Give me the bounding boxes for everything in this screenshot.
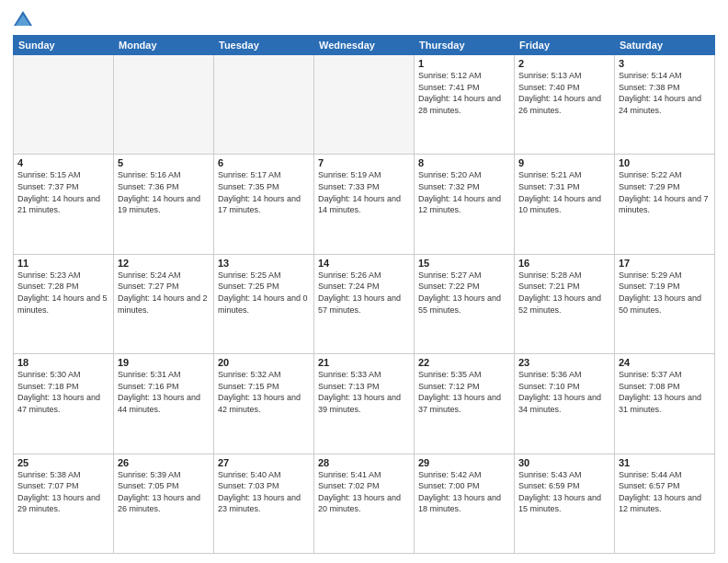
calendar-cell: 1Sunrise: 5:12 AM Sunset: 7:41 PM Daylig…: [415, 55, 515, 155]
calendar-cell: 5Sunrise: 5:16 AM Sunset: 7:36 PM Daylig…: [114, 155, 214, 254]
day-info: Sunrise: 5:22 AM Sunset: 7:29 PM Dayligh…: [619, 169, 711, 215]
day-number: 19: [118, 357, 210, 368]
header: [13, 9, 715, 29]
weekday-header-thursday: Thursday: [415, 36, 515, 55]
calendar-cell: 19Sunrise: 5:31 AM Sunset: 7:16 PM Dayli…: [114, 354, 214, 454]
day-info: Sunrise: 5:36 AM Sunset: 7:10 PM Dayligh…: [518, 369, 610, 415]
day-info: Sunrise: 5:27 AM Sunset: 7:22 PM Dayligh…: [418, 270, 510, 316]
day-number: 1: [418, 58, 510, 69]
day-info: Sunrise: 5:26 AM Sunset: 7:24 PM Dayligh…: [318, 270, 410, 316]
calendar-cell: 27Sunrise: 5:40 AM Sunset: 7:03 PM Dayli…: [214, 454, 314, 553]
day-number: 28: [318, 457, 410, 468]
calendar-cell: [314, 55, 415, 155]
day-number: 29: [418, 457, 510, 468]
calendar-cell: 24Sunrise: 5:37 AM Sunset: 7:08 PM Dayli…: [615, 354, 715, 454]
day-number: 9: [518, 157, 610, 168]
day-number: 13: [218, 258, 310, 269]
day-number: 6: [218, 157, 310, 168]
day-number: 2: [518, 58, 610, 69]
day-number: 5: [118, 157, 210, 168]
day-info: Sunrise: 5:32 AM Sunset: 7:15 PM Dayligh…: [218, 369, 310, 415]
day-info: Sunrise: 5:33 AM Sunset: 7:13 PM Dayligh…: [318, 369, 410, 415]
weekday-header-sunday: Sunday: [14, 36, 114, 55]
day-info: Sunrise: 5:29 AM Sunset: 7:19 PM Dayligh…: [619, 270, 711, 316]
calendar-cell: 9Sunrise: 5:21 AM Sunset: 7:31 PM Daylig…: [515, 155, 615, 254]
calendar-cell: 23Sunrise: 5:36 AM Sunset: 7:10 PM Dayli…: [515, 354, 615, 454]
day-info: Sunrise: 5:13 AM Sunset: 7:40 PM Dayligh…: [518, 70, 610, 116]
calendar-cell: [114, 55, 214, 155]
day-number: 31: [619, 457, 711, 468]
week-row-3: 11Sunrise: 5:23 AM Sunset: 7:28 PM Dayli…: [14, 254, 715, 353]
day-info: Sunrise: 5:24 AM Sunset: 7:27 PM Dayligh…: [118, 270, 210, 316]
day-info: Sunrise: 5:21 AM Sunset: 7:31 PM Dayligh…: [518, 169, 610, 215]
calendar-cell: 10Sunrise: 5:22 AM Sunset: 7:29 PM Dayli…: [615, 155, 715, 254]
day-number: 17: [619, 258, 711, 269]
day-info: Sunrise: 5:44 AM Sunset: 6:57 PM Dayligh…: [619, 469, 711, 515]
day-info: Sunrise: 5:39 AM Sunset: 7:05 PM Dayligh…: [118, 469, 210, 515]
calendar-cell: 16Sunrise: 5:28 AM Sunset: 7:21 PM Dayli…: [515, 254, 615, 353]
day-info: Sunrise: 5:30 AM Sunset: 7:18 PM Dayligh…: [17, 369, 109, 415]
calendar-cell: 17Sunrise: 5:29 AM Sunset: 7:19 PM Dayli…: [615, 254, 715, 353]
calendar-cell: 22Sunrise: 5:35 AM Sunset: 7:12 PM Dayli…: [415, 354, 515, 454]
day-info: Sunrise: 5:28 AM Sunset: 7:21 PM Dayligh…: [518, 270, 610, 316]
day-number: 26: [118, 457, 210, 468]
day-number: 21: [318, 357, 410, 368]
day-number: 23: [518, 357, 610, 368]
logo-icon: [13, 9, 33, 29]
day-number: 18: [17, 357, 109, 368]
day-number: 25: [17, 457, 109, 468]
day-number: 14: [318, 258, 410, 269]
calendar-cell: 7Sunrise: 5:19 AM Sunset: 7:33 PM Daylig…: [314, 155, 415, 254]
day-number: 7: [318, 157, 410, 168]
day-info: Sunrise: 5:38 AM Sunset: 7:07 PM Dayligh…: [17, 469, 109, 515]
day-number: 11: [17, 258, 109, 269]
day-info: Sunrise: 5:14 AM Sunset: 7:38 PM Dayligh…: [619, 70, 711, 116]
calendar-cell: 21Sunrise: 5:33 AM Sunset: 7:13 PM Dayli…: [314, 354, 415, 454]
calendar-cell: 11Sunrise: 5:23 AM Sunset: 7:28 PM Dayli…: [14, 254, 114, 353]
weekday-header-saturday: Saturday: [615, 36, 715, 55]
week-row-1: 1Sunrise: 5:12 AM Sunset: 7:41 PM Daylig…: [14, 55, 715, 155]
calendar-cell: [14, 55, 114, 155]
week-row-5: 25Sunrise: 5:38 AM Sunset: 7:07 PM Dayli…: [14, 454, 715, 553]
weekday-header-monday: Monday: [114, 36, 214, 55]
page: SundayMondayTuesdayWednesdayThursdayFrid…: [0, 0, 728, 563]
logo: [13, 9, 37, 29]
day-info: Sunrise: 5:42 AM Sunset: 7:00 PM Dayligh…: [418, 469, 510, 515]
day-number: 8: [418, 157, 510, 168]
calendar-cell: 6Sunrise: 5:17 AM Sunset: 7:35 PM Daylig…: [214, 155, 314, 254]
day-number: 24: [619, 357, 711, 368]
calendar-cell: 12Sunrise: 5:24 AM Sunset: 7:27 PM Dayli…: [114, 254, 214, 353]
day-number: 4: [17, 157, 109, 168]
day-number: 27: [218, 457, 310, 468]
day-info: Sunrise: 5:43 AM Sunset: 6:59 PM Dayligh…: [518, 469, 610, 515]
week-row-4: 18Sunrise: 5:30 AM Sunset: 7:18 PM Dayli…: [14, 354, 715, 454]
calendar-cell: 2Sunrise: 5:13 AM Sunset: 7:40 PM Daylig…: [515, 55, 615, 155]
week-row-2: 4Sunrise: 5:15 AM Sunset: 7:37 PM Daylig…: [14, 155, 715, 254]
calendar-table: SundayMondayTuesdayWednesdayThursdayFrid…: [13, 35, 715, 554]
calendar-cell: 4Sunrise: 5:15 AM Sunset: 7:37 PM Daylig…: [14, 155, 114, 254]
day-number: 10: [619, 157, 711, 168]
day-info: Sunrise: 5:17 AM Sunset: 7:35 PM Dayligh…: [218, 169, 310, 215]
calendar-cell: 3Sunrise: 5:14 AM Sunset: 7:38 PM Daylig…: [615, 55, 715, 155]
calendar-cell: 31Sunrise: 5:44 AM Sunset: 6:57 PM Dayli…: [615, 454, 715, 553]
day-info: Sunrise: 5:12 AM Sunset: 7:41 PM Dayligh…: [418, 70, 510, 116]
day-number: 15: [418, 258, 510, 269]
day-info: Sunrise: 5:31 AM Sunset: 7:16 PM Dayligh…: [118, 369, 210, 415]
calendar-cell: 29Sunrise: 5:42 AM Sunset: 7:00 PM Dayli…: [415, 454, 515, 553]
calendar-cell: 28Sunrise: 5:41 AM Sunset: 7:02 PM Dayli…: [314, 454, 415, 553]
day-number: 3: [619, 58, 711, 69]
day-number: 16: [518, 258, 610, 269]
weekday-header-row: SundayMondayTuesdayWednesdayThursdayFrid…: [14, 36, 715, 55]
day-number: 22: [418, 357, 510, 368]
calendar-cell: 15Sunrise: 5:27 AM Sunset: 7:22 PM Dayli…: [415, 254, 515, 353]
calendar-cell: 25Sunrise: 5:38 AM Sunset: 7:07 PM Dayli…: [14, 454, 114, 553]
day-info: Sunrise: 5:15 AM Sunset: 7:37 PM Dayligh…: [17, 169, 109, 215]
day-info: Sunrise: 5:19 AM Sunset: 7:33 PM Dayligh…: [318, 169, 410, 215]
day-info: Sunrise: 5:16 AM Sunset: 7:36 PM Dayligh…: [118, 169, 210, 215]
day-number: 30: [518, 457, 610, 468]
weekday-header-tuesday: Tuesday: [214, 36, 314, 55]
weekday-header-friday: Friday: [515, 36, 615, 55]
calendar-cell: 18Sunrise: 5:30 AM Sunset: 7:18 PM Dayli…: [14, 354, 114, 454]
day-number: 20: [218, 357, 310, 368]
day-info: Sunrise: 5:41 AM Sunset: 7:02 PM Dayligh…: [318, 469, 410, 515]
